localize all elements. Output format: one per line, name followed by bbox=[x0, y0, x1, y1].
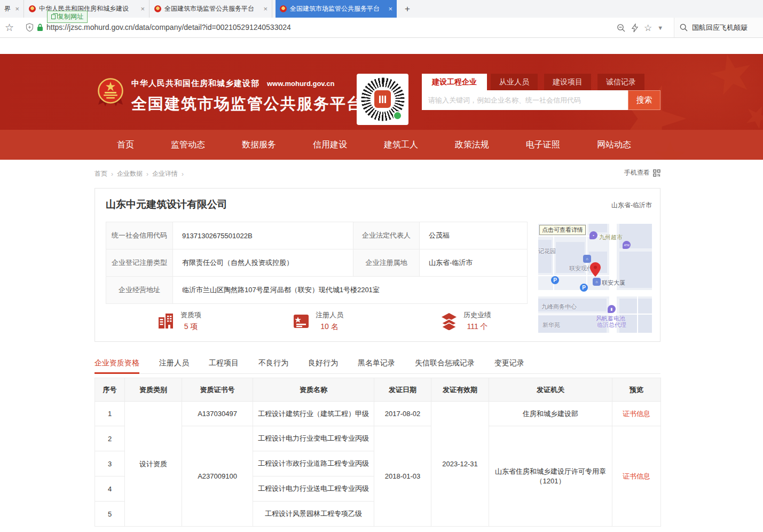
new-tab-button[interactable]: + bbox=[400, 2, 414, 16]
col-cert-no: 资质证书号 bbox=[182, 378, 253, 402]
table-row: 企业登记注册类型 有限责任公司（自然人投资或控股） 企业注册属地 山东省-临沂市 bbox=[106, 249, 528, 277]
stat-qualifications[interactable]: 资质项 5 项 bbox=[157, 310, 201, 332]
table-header-row: 序号 资质类别 资质证书号 资质名称 发证日期 发证有效期 发证机关 预览 bbox=[95, 378, 661, 402]
shield-icon[interactable] bbox=[26, 23, 34, 32]
cell-cert-no: A237009100 bbox=[182, 426, 253, 527]
ministry-title: 中华人民共和国住房和城乡建设部www.mohurd.gov.cn bbox=[131, 79, 363, 89]
breadcrumb-separator: › bbox=[182, 170, 184, 178]
nav-item-data-service[interactable]: 数据服务 bbox=[242, 139, 276, 151]
col-category: 资质类别 bbox=[125, 378, 182, 402]
map-poi-atm-icon: ATM bbox=[623, 241, 631, 249]
map-poi-building-icon: ⌂ bbox=[593, 278, 601, 286]
bookmark-star-icon[interactable]: ☆ bbox=[5, 21, 14, 34]
map-tooltip: 点击可查看详情 bbox=[539, 225, 586, 235]
keyword-search-input[interactable] bbox=[422, 90, 628, 110]
mobile-view-button[interactable]: 手机查看 bbox=[624, 168, 660, 177]
search-tab-enterprise[interactable]: 建设工程企业 bbox=[422, 74, 487, 90]
stat-value: 111 个 bbox=[463, 322, 491, 332]
flash-extension-icon[interactable] bbox=[631, 24, 639, 33]
breadcrumb: 首页 › 企业数据 › 企业详情 › bbox=[95, 169, 184, 178]
cell-seq: 2 bbox=[95, 426, 125, 451]
mobile-view-label: 手机查看 bbox=[624, 168, 650, 177]
tab-bad-behavior[interactable]: 不良行为 bbox=[258, 353, 288, 373]
nav-item-e-license[interactable]: 电子证照 bbox=[526, 139, 560, 151]
search-tab-project[interactable]: 建设项目 bbox=[544, 74, 591, 90]
tab-close-icon[interactable]: × bbox=[388, 5, 392, 13]
search-icon bbox=[680, 24, 688, 32]
map-label-business-center: 九峰商务中心 bbox=[541, 303, 577, 311]
cell-seq: 1 bbox=[95, 402, 125, 426]
certificate-info-link[interactable]: 证书信息 bbox=[623, 472, 650, 480]
search-tab-personnel[interactable]: 从业人员 bbox=[491, 74, 538, 90]
location-map[interactable]: 点击可查看详情 ▪ 九州超市 ATM 记花园 ⌂ 联安现代城 ⌂ 联安大厦 P … bbox=[538, 224, 652, 333]
stat-label: 资质项 bbox=[180, 310, 201, 320]
tab-change-record[interactable]: 变更记录 bbox=[494, 353, 524, 373]
browser-tab-jzsc-active[interactable]: 全国建筑市场监管公共服务平台 × bbox=[276, 0, 397, 18]
tab-projects[interactable]: 工程项目 bbox=[209, 353, 239, 373]
nav-item-credit[interactable]: 信用建设 bbox=[313, 139, 347, 151]
tab-title: 界 bbox=[4, 4, 12, 13]
copy-url-tooltip: 复制网址 bbox=[47, 11, 88, 23]
browser-tab-partial[interactable]: 界 × bbox=[0, 0, 24, 18]
map-parking-icon: P bbox=[580, 284, 588, 292]
https-lock-icon[interactable] bbox=[37, 24, 43, 32]
tab-good-behavior[interactable]: 良好行为 bbox=[308, 353, 338, 373]
cell-name: 工程设计电力行业变电工程专业丙级 bbox=[253, 426, 374, 451]
table-row: 企业经营地址 临沂市兰山区陶然路107号星河晶都（联安）现代城1号楼2201室 bbox=[106, 277, 528, 304]
browser-tab-strip: 界 × 中华人民共和国住房和城乡建设 × 全国建筑市场监管公共服务平台 × 全国… bbox=[0, 0, 763, 18]
table-row: 1 设计资质 A137030497 工程设计建筑行业（建筑工程）甲级 2017-… bbox=[95, 402, 661, 426]
favorite-star-icon[interactable]: ☆ bbox=[644, 22, 652, 34]
stat-historical-projects[interactable]: 历史业绩 111 个 bbox=[440, 310, 491, 332]
tab-close-icon[interactable]: × bbox=[263, 5, 268, 13]
chevron-down-icon[interactable]: ▼ bbox=[657, 25, 663, 31]
stat-label: 注册人员 bbox=[316, 310, 343, 320]
reg-type-label: 企业登记注册类型 bbox=[106, 249, 173, 277]
col-issue-date: 发证日期 bbox=[374, 378, 431, 402]
main-navigation: 首页 监管动态 数据服务 信用建设 建筑工人 政策法规 电子证照 网站动态 bbox=[0, 130, 763, 160]
cell-seq: 3 bbox=[95, 451, 125, 476]
cell-name: 工程设计市政行业道路工程专业丙级 bbox=[253, 451, 374, 476]
national-emblem-logo bbox=[97, 77, 124, 107]
col-valid-until: 发证有效期 bbox=[431, 378, 489, 402]
search-tab-credit[interactable]: 诚信记录 bbox=[597, 74, 644, 90]
tab-registered-personnel[interactable]: 注册人员 bbox=[159, 353, 189, 373]
tab-enterprise-qualification[interactable]: 企业资质资格 bbox=[95, 353, 139, 373]
nav-item-home[interactable]: 首页 bbox=[117, 139, 134, 151]
nav-item-workers[interactable]: 建筑工人 bbox=[384, 139, 418, 151]
map-label-supermarket: 九州超市 bbox=[599, 233, 623, 241]
breadcrumb-company-data[interactable]: 企业数据 bbox=[117, 169, 143, 178]
map-label-xinhuayuan: 新华苑 bbox=[542, 321, 560, 329]
cell-issue-date: 2017-08-02 bbox=[374, 402, 431, 426]
breadcrumb-home[interactable]: 首页 bbox=[95, 169, 107, 178]
company-stats: 资质项 5 项 注册人员 10 名 历史业绩 111 个 bbox=[106, 309, 527, 337]
tab-dishonesty-record[interactable]: 失信联合惩戒记录 bbox=[415, 353, 475, 373]
col-name: 资质名称 bbox=[253, 378, 374, 402]
tab-blacklist[interactable]: 黑名单记录 bbox=[358, 353, 395, 373]
site-url: www.mohurd.gov.cn bbox=[267, 80, 334, 88]
cell-category: 设计资质 bbox=[125, 402, 182, 527]
tab-title: 全国建筑市场监管公共服务平台 bbox=[164, 4, 260, 13]
map-poi-battery-icon: ▮ bbox=[608, 305, 616, 313]
building-icon bbox=[157, 312, 175, 330]
map-label-lianan-tower: 联安大厦 bbox=[602, 279, 625, 287]
nav-item-site-news[interactable]: 网站动态 bbox=[597, 139, 631, 151]
url-text[interactable]: https://jzsc.mohurd.gov.cn/data/company/… bbox=[46, 23, 291, 32]
cell-seq: 4 bbox=[95, 476, 125, 502]
nav-item-supervision[interactable]: 监管动态 bbox=[171, 139, 205, 151]
map-label-garden: 记花园 bbox=[538, 247, 556, 255]
copy-icon bbox=[51, 14, 56, 19]
stat-registered-personnel[interactable]: 注册人员 10 名 bbox=[292, 310, 343, 332]
breadcrumb-company-detail[interactable]: 企业详情 bbox=[152, 169, 178, 178]
zoom-out-icon[interactable] bbox=[617, 24, 626, 33]
search-button[interactable]: 搜索 bbox=[628, 90, 660, 110]
nav-item-policy[interactable]: 政策法规 bbox=[455, 139, 489, 151]
credit-code-value: 91371302675501022B bbox=[173, 222, 353, 249]
site-favicon-icon bbox=[29, 5, 36, 12]
quick-search-box[interactable]: 国航回应飞机颠簸 bbox=[674, 18, 763, 37]
site-favicon-icon bbox=[154, 5, 161, 12]
tab-close-icon[interactable]: × bbox=[140, 5, 145, 13]
certificate-info-link[interactable]: 证书信息 bbox=[623, 410, 650, 418]
browser-tab-jzsc-1[interactable]: 全国建筑市场监管公共服务平台 × bbox=[150, 0, 272, 18]
address-label: 企业经营地址 bbox=[106, 277, 173, 304]
tab-close-icon[interactable]: × bbox=[15, 5, 19, 13]
